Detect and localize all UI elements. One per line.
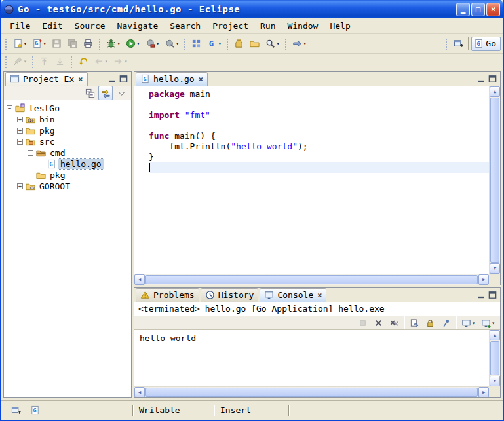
tree-item-hello-go[interactable]: Ghello.go — [4, 158, 131, 170]
save-all-button[interactable] — [66, 37, 80, 51]
dropdown-arrow-icon[interactable]: ▾ — [43, 41, 47, 46]
scroll-lock-button[interactable] — [423, 316, 437, 330]
menu-search[interactable]: Search — [164, 20, 206, 32]
tab-console[interactable]: Console× — [260, 288, 326, 302]
code-line[interactable]: fmt.Println("hello world"); — [149, 141, 489, 152]
menu-navigate[interactable]: Navigate — [111, 20, 165, 32]
terminate-button[interactable] — [355, 316, 370, 330]
toolbar-grip[interactable] — [445, 37, 448, 50]
next-annotation-button[interactable] — [37, 54, 52, 69]
dropdown-arrow-icon[interactable]: ▾ — [156, 41, 159, 46]
code-editor[interactable]: package mainimport "fmt"func main() { fm… — [144, 86, 489, 274]
scrollbar-thumb[interactable] — [145, 275, 478, 284]
code-line[interactable]: import "fmt" — [149, 110, 489, 120]
view-menu-button[interactable] — [114, 86, 128, 100]
dropdown-arrow-icon[interactable]: ▾ — [277, 41, 280, 46]
open-archive-button[interactable] — [232, 37, 246, 51]
code-line[interactable] — [149, 100, 489, 110]
dropdown-arrow-icon[interactable]: ▾ — [492, 320, 495, 326]
scroll-up-icon[interactable]: ▲ — [490, 86, 500, 97]
maximize-view-button[interactable] — [119, 74, 128, 84]
tree-item-pkg[interactable]: +pkg — [4, 125, 131, 136]
console-output[interactable]: hello world ▲ ▼ ◀ ▶ — [134, 330, 500, 397]
menu-source[interactable]: Source — [69, 20, 111, 32]
menu-run[interactable]: Run — [254, 20, 281, 32]
dropdown-arrow-icon[interactable]: ▾ — [176, 41, 179, 46]
scroll-up-icon[interactable]: ▲ — [490, 330, 500, 340]
new-go-element-button[interactable]: G▾ — [30, 37, 48, 51]
save-button[interactable] — [50, 37, 64, 51]
scroll-down-icon[interactable]: ▼ — [490, 376, 500, 386]
open-console-button[interactable]: ▾ — [478, 316, 497, 330]
dropdown-arrow-icon[interactable]: ▾ — [136, 41, 140, 46]
new-button[interactable]: ▾ — [10, 37, 29, 51]
pin-console-button[interactable] — [438, 316, 453, 330]
open-resource-button[interactable] — [248, 37, 262, 51]
fast-view-button[interactable] — [9, 403, 23, 418]
tree-item-cmd[interactable]: −cmd — [4, 147, 131, 158]
tab-project-explorer[interactable]: Project Ex × — [5, 72, 88, 86]
pin-editor-button[interactable]: ▾ — [10, 54, 29, 69]
minimize-view-button[interactable] — [476, 290, 486, 300]
tree-item-goroot[interactable]: +GOROOT — [4, 181, 131, 192]
scrollbar-thumb[interactable] — [145, 388, 478, 397]
menu-window[interactable]: Window — [281, 20, 324, 32]
remove-all-launches-button[interactable] — [387, 316, 401, 330]
display-selected-console-button[interactable]: ▾ — [459, 316, 477, 330]
expand-handle[interactable]: + — [17, 117, 23, 122]
scroll-left-icon[interactable]: ◀ — [134, 274, 145, 285]
scroll-left-icon[interactable]: ◀ — [134, 387, 145, 397]
last-edit-location-button[interactable] — [76, 54, 90, 69]
tab-hello-go[interactable]: G hello.go × — [136, 72, 208, 86]
code-line[interactable] — [149, 162, 489, 173]
clear-console-button[interactable] — [407, 316, 421, 330]
dropdown-arrow-icon[interactable]: ▾ — [117, 41, 121, 46]
maximize-view-button[interactable] — [488, 290, 497, 300]
menu-project[interactable]: Project — [206, 20, 254, 32]
close-icon[interactable]: × — [199, 75, 203, 84]
dropdown-arrow-icon[interactable]: ▾ — [472, 320, 475, 326]
titlebar[interactable]: Go - testGo/src/cmd/hello.go - Eclipse ▁… — [1, 0, 503, 18]
scrollbar-thumb[interactable] — [490, 341, 499, 375]
maximize-view-button[interactable] — [488, 74, 497, 84]
collapse-handle[interactable]: − — [17, 139, 23, 145]
print-button[interactable] — [81, 37, 96, 51]
go-menu-button[interactable]: G▾ — [205, 37, 223, 51]
code-line[interactable]: } — [149, 152, 489, 162]
new-go-project-button[interactable] — [189, 37, 204, 51]
collapse-handle[interactable]: − — [28, 150, 33, 156]
scroll-right-icon[interactable]: ▶ — [478, 274, 489, 285]
project-tree[interactable]: −testGo+010bin+pkg−src−cmdGhello.gopkg+G… — [4, 100, 131, 397]
editor-vertical-scrollbar[interactable]: ▲ ▼ — [489, 86, 500, 274]
menu-help[interactable]: Help — [324, 20, 356, 32]
maximize-window-button[interactable]: □ — [471, 3, 485, 16]
tree-item-src[interactable]: −src — [4, 136, 131, 147]
link-with-editor-button[interactable] — [98, 86, 113, 100]
external-tools-button[interactable]: ▾ — [163, 37, 181, 51]
close-window-button[interactable]: × — [486, 3, 500, 16]
run-button[interactable]: ▾ — [123, 37, 142, 51]
dropdown-arrow-icon[interactable]: ▾ — [218, 41, 222, 46]
console-vertical-scrollbar[interactable]: ▲ ▼ — [489, 330, 500, 386]
menu-file[interactable]: File — [4, 20, 36, 32]
expand-handle[interactable]: + — [17, 128, 23, 134]
minimize-view-button[interactable] — [476, 74, 486, 84]
close-icon[interactable]: × — [317, 291, 322, 300]
scroll-right-icon[interactable]: ▶ — [478, 387, 489, 397]
scrollbar-thumb[interactable] — [490, 98, 499, 263]
back-button[interactable]: ▾ — [92, 54, 110, 69]
console-horizontal-scrollbar[interactable]: ◀ ▶ — [134, 386, 489, 397]
editor-horizontal-scrollbar[interactable]: ◀ ▶ — [134, 274, 489, 285]
remove-launch-button[interactable] — [371, 316, 385, 330]
tree-item-pkg[interactable]: pkg — [4, 170, 131, 181]
close-icon[interactable]: × — [78, 75, 83, 84]
dropdown-arrow-icon[interactable]: ▾ — [24, 41, 27, 46]
debug-button[interactable]: ▾ — [104, 37, 123, 51]
tab-problems[interactable]: Problems — [136, 288, 199, 302]
expand-handle[interactable]: + — [17, 183, 23, 189]
minimize-window-button[interactable]: ▁ — [456, 3, 470, 16]
run-configurations-button[interactable]: ▾ — [143, 37, 161, 51]
minimize-view-button[interactable] — [107, 74, 117, 84]
dropdown-arrow-icon[interactable]: ▾ — [303, 41, 307, 46]
dropdown-arrow-icon[interactable]: ▾ — [24, 58, 27, 64]
